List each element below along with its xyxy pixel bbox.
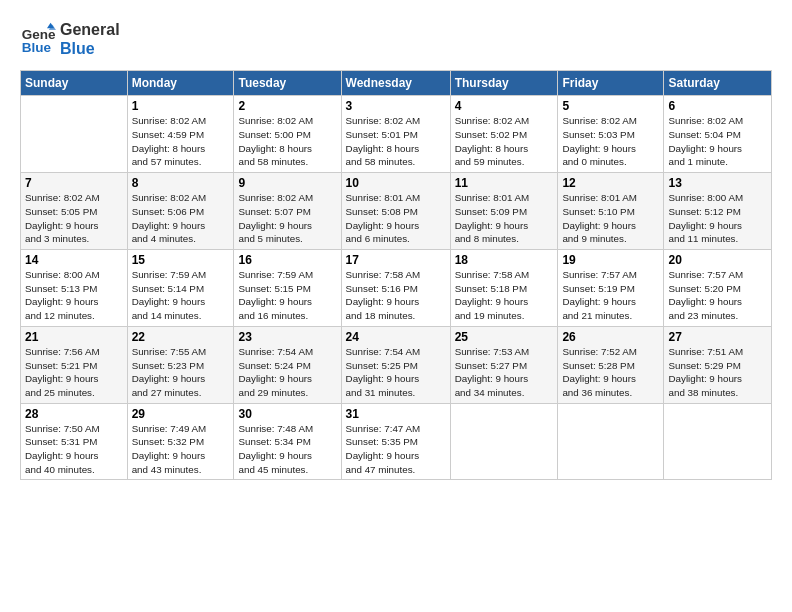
calendar-cell: 23Sunrise: 7:54 AMSunset: 5:24 PMDayligh… bbox=[234, 326, 341, 403]
day-number: 4 bbox=[455, 99, 554, 113]
day-info: Sunrise: 8:02 AMSunset: 5:02 PMDaylight:… bbox=[455, 114, 554, 169]
week-row-3: 14Sunrise: 8:00 AMSunset: 5:13 PMDayligh… bbox=[21, 250, 772, 327]
day-number: 3 bbox=[346, 99, 446, 113]
calendar-cell: 9Sunrise: 8:02 AMSunset: 5:07 PMDaylight… bbox=[234, 173, 341, 250]
calendar-cell: 30Sunrise: 7:48 AMSunset: 5:34 PMDayligh… bbox=[234, 403, 341, 480]
logo: General Blue General Blue bbox=[20, 20, 120, 58]
svg-text:Blue: Blue bbox=[22, 40, 52, 55]
calendar-cell: 12Sunrise: 8:01 AMSunset: 5:10 PMDayligh… bbox=[558, 173, 664, 250]
calendar-cell: 15Sunrise: 7:59 AMSunset: 5:14 PMDayligh… bbox=[127, 250, 234, 327]
day-info: Sunrise: 7:58 AMSunset: 5:18 PMDaylight:… bbox=[455, 268, 554, 323]
calendar-cell: 3Sunrise: 8:02 AMSunset: 5:01 PMDaylight… bbox=[341, 96, 450, 173]
calendar-cell: 18Sunrise: 7:58 AMSunset: 5:18 PMDayligh… bbox=[450, 250, 558, 327]
calendar-cell: 11Sunrise: 8:01 AMSunset: 5:09 PMDayligh… bbox=[450, 173, 558, 250]
day-number: 29 bbox=[132, 407, 230, 421]
day-info: Sunrise: 7:52 AMSunset: 5:28 PMDaylight:… bbox=[562, 345, 659, 400]
calendar-cell: 26Sunrise: 7:52 AMSunset: 5:28 PMDayligh… bbox=[558, 326, 664, 403]
day-number: 23 bbox=[238, 330, 336, 344]
calendar-cell bbox=[558, 403, 664, 480]
day-number: 26 bbox=[562, 330, 659, 344]
day-info: Sunrise: 8:02 AMSunset: 5:06 PMDaylight:… bbox=[132, 191, 230, 246]
day-info: Sunrise: 8:01 AMSunset: 5:09 PMDaylight:… bbox=[455, 191, 554, 246]
calendar-cell: 29Sunrise: 7:49 AMSunset: 5:32 PMDayligh… bbox=[127, 403, 234, 480]
day-info: Sunrise: 7:59 AMSunset: 5:14 PMDaylight:… bbox=[132, 268, 230, 323]
calendar-cell: 5Sunrise: 8:02 AMSunset: 5:03 PMDaylight… bbox=[558, 96, 664, 173]
day-number: 7 bbox=[25, 176, 123, 190]
col-header-tuesday: Tuesday bbox=[234, 71, 341, 96]
col-header-friday: Friday bbox=[558, 71, 664, 96]
week-row-2: 7Sunrise: 8:02 AMSunset: 5:05 PMDaylight… bbox=[21, 173, 772, 250]
week-row-1: 1Sunrise: 8:02 AMSunset: 4:59 PMDaylight… bbox=[21, 96, 772, 173]
calendar-cell: 17Sunrise: 7:58 AMSunset: 5:16 PMDayligh… bbox=[341, 250, 450, 327]
day-info: Sunrise: 8:01 AMSunset: 5:08 PMDaylight:… bbox=[346, 191, 446, 246]
logo-general: General bbox=[60, 20, 120, 39]
day-info: Sunrise: 7:56 AMSunset: 5:21 PMDaylight:… bbox=[25, 345, 123, 400]
day-number: 2 bbox=[238, 99, 336, 113]
day-number: 13 bbox=[668, 176, 767, 190]
col-header-saturday: Saturday bbox=[664, 71, 772, 96]
day-info: Sunrise: 8:00 AMSunset: 5:13 PMDaylight:… bbox=[25, 268, 123, 323]
calendar-cell: 4Sunrise: 8:02 AMSunset: 5:02 PMDaylight… bbox=[450, 96, 558, 173]
col-header-monday: Monday bbox=[127, 71, 234, 96]
day-info: Sunrise: 7:54 AMSunset: 5:24 PMDaylight:… bbox=[238, 345, 336, 400]
day-info: Sunrise: 8:02 AMSunset: 5:01 PMDaylight:… bbox=[346, 114, 446, 169]
day-info: Sunrise: 8:02 AMSunset: 5:03 PMDaylight:… bbox=[562, 114, 659, 169]
calendar-cell: 13Sunrise: 8:00 AMSunset: 5:12 PMDayligh… bbox=[664, 173, 772, 250]
day-info: Sunrise: 7:49 AMSunset: 5:32 PMDaylight:… bbox=[132, 422, 230, 477]
week-row-5: 28Sunrise: 7:50 AMSunset: 5:31 PMDayligh… bbox=[21, 403, 772, 480]
day-number: 10 bbox=[346, 176, 446, 190]
calendar-cell: 6Sunrise: 8:02 AMSunset: 5:04 PMDaylight… bbox=[664, 96, 772, 173]
day-number: 16 bbox=[238, 253, 336, 267]
day-info: Sunrise: 8:02 AMSunset: 4:59 PMDaylight:… bbox=[132, 114, 230, 169]
calendar-cell: 7Sunrise: 8:02 AMSunset: 5:05 PMDaylight… bbox=[21, 173, 128, 250]
day-info: Sunrise: 8:02 AMSunset: 5:00 PMDaylight:… bbox=[238, 114, 336, 169]
day-number: 18 bbox=[455, 253, 554, 267]
col-header-wednesday: Wednesday bbox=[341, 71, 450, 96]
day-number: 15 bbox=[132, 253, 230, 267]
day-info: Sunrise: 7:50 AMSunset: 5:31 PMDaylight:… bbox=[25, 422, 123, 477]
calendar-cell: 25Sunrise: 7:53 AMSunset: 5:27 PMDayligh… bbox=[450, 326, 558, 403]
calendar-cell: 2Sunrise: 8:02 AMSunset: 5:00 PMDaylight… bbox=[234, 96, 341, 173]
day-number: 12 bbox=[562, 176, 659, 190]
calendar-cell: 22Sunrise: 7:55 AMSunset: 5:23 PMDayligh… bbox=[127, 326, 234, 403]
calendar-cell: 24Sunrise: 7:54 AMSunset: 5:25 PMDayligh… bbox=[341, 326, 450, 403]
calendar-cell bbox=[21, 96, 128, 173]
day-number: 30 bbox=[238, 407, 336, 421]
col-header-thursday: Thursday bbox=[450, 71, 558, 96]
day-info: Sunrise: 8:01 AMSunset: 5:10 PMDaylight:… bbox=[562, 191, 659, 246]
day-info: Sunrise: 7:58 AMSunset: 5:16 PMDaylight:… bbox=[346, 268, 446, 323]
day-info: Sunrise: 7:59 AMSunset: 5:15 PMDaylight:… bbox=[238, 268, 336, 323]
calendar-cell: 16Sunrise: 7:59 AMSunset: 5:15 PMDayligh… bbox=[234, 250, 341, 327]
calendar-cell: 31Sunrise: 7:47 AMSunset: 5:35 PMDayligh… bbox=[341, 403, 450, 480]
day-number: 22 bbox=[132, 330, 230, 344]
day-number: 24 bbox=[346, 330, 446, 344]
page: General Blue General Blue SundayMondayTu… bbox=[0, 0, 792, 612]
calendar-cell: 28Sunrise: 7:50 AMSunset: 5:31 PMDayligh… bbox=[21, 403, 128, 480]
day-info: Sunrise: 7:53 AMSunset: 5:27 PMDaylight:… bbox=[455, 345, 554, 400]
day-info: Sunrise: 7:54 AMSunset: 5:25 PMDaylight:… bbox=[346, 345, 446, 400]
day-number: 14 bbox=[25, 253, 123, 267]
logo-blue: Blue bbox=[60, 39, 120, 58]
calendar-cell: 8Sunrise: 8:02 AMSunset: 5:06 PMDaylight… bbox=[127, 173, 234, 250]
calendar-cell bbox=[450, 403, 558, 480]
day-info: Sunrise: 7:57 AMSunset: 5:19 PMDaylight:… bbox=[562, 268, 659, 323]
day-number: 5 bbox=[562, 99, 659, 113]
day-number: 31 bbox=[346, 407, 446, 421]
day-number: 8 bbox=[132, 176, 230, 190]
week-row-4: 21Sunrise: 7:56 AMSunset: 5:21 PMDayligh… bbox=[21, 326, 772, 403]
calendar-cell: 10Sunrise: 8:01 AMSunset: 5:08 PMDayligh… bbox=[341, 173, 450, 250]
day-number: 17 bbox=[346, 253, 446, 267]
calendar-table: SundayMondayTuesdayWednesdayThursdayFrid… bbox=[20, 70, 772, 480]
day-number: 19 bbox=[562, 253, 659, 267]
day-number: 11 bbox=[455, 176, 554, 190]
day-number: 28 bbox=[25, 407, 123, 421]
day-number: 20 bbox=[668, 253, 767, 267]
day-number: 9 bbox=[238, 176, 336, 190]
day-number: 27 bbox=[668, 330, 767, 344]
calendar-cell: 21Sunrise: 7:56 AMSunset: 5:21 PMDayligh… bbox=[21, 326, 128, 403]
day-info: Sunrise: 8:02 AMSunset: 5:07 PMDaylight:… bbox=[238, 191, 336, 246]
col-header-sunday: Sunday bbox=[21, 71, 128, 96]
calendar-cell bbox=[664, 403, 772, 480]
day-info: Sunrise: 7:51 AMSunset: 5:29 PMDaylight:… bbox=[668, 345, 767, 400]
day-info: Sunrise: 8:00 AMSunset: 5:12 PMDaylight:… bbox=[668, 191, 767, 246]
